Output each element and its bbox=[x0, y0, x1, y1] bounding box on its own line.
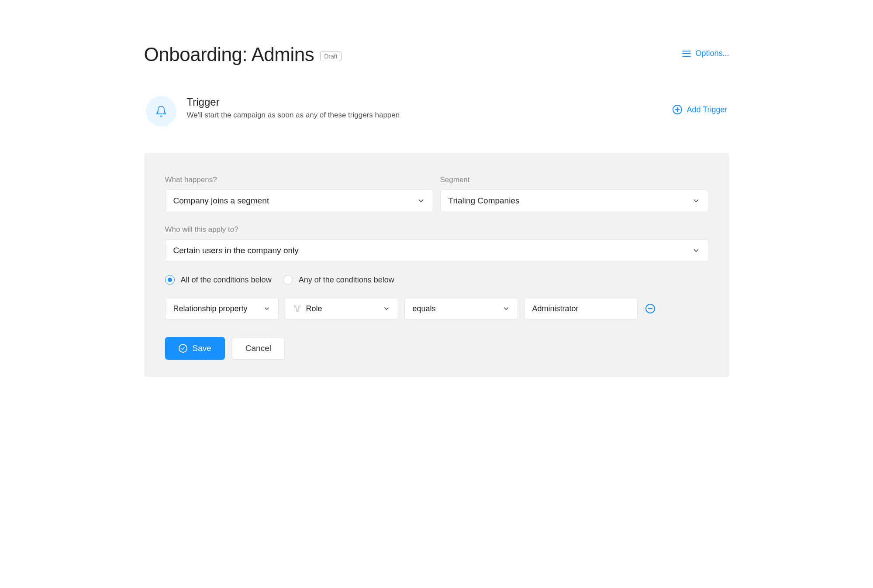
svg-line-3 bbox=[296, 307, 297, 310]
condition-type-value: Relationship property bbox=[173, 304, 263, 313]
condition-operator-select[interactable]: equals bbox=[404, 298, 518, 320]
what-happens-select[interactable]: Company joins a segment bbox=[165, 189, 433, 212]
condition-value-text: Administrator bbox=[532, 304, 629, 313]
condition-value-input[interactable]: Administrator bbox=[524, 298, 638, 320]
apply-to-select[interactable]: Certain users in the company only bbox=[165, 239, 708, 262]
radio-any-label: Any of the conditions below bbox=[299, 275, 394, 285]
chevron-down-icon bbox=[692, 197, 700, 205]
svg-line-4 bbox=[297, 307, 299, 310]
status-badge: Draft bbox=[320, 52, 341, 61]
chevron-down-icon bbox=[503, 305, 510, 312]
save-button[interactable]: Save bbox=[165, 337, 225, 360]
segment-label: Segment bbox=[440, 175, 708, 184]
what-happens-value: Company joins a segment bbox=[173, 196, 417, 206]
trigger-title: Trigger bbox=[187, 96, 400, 108]
chevron-down-icon bbox=[383, 305, 390, 312]
options-label: Options... bbox=[695, 49, 729, 58]
page-title: Onboarding: Admins bbox=[144, 44, 314, 65]
bell-icon bbox=[146, 96, 176, 127]
apply-to-label: Who will this apply to? bbox=[165, 225, 708, 234]
radio-selected-icon bbox=[165, 275, 175, 285]
add-trigger-label: Add Trigger bbox=[687, 105, 727, 114]
trigger-subtitle: We'll start the campaign as soon as any … bbox=[187, 111, 400, 120]
remove-condition-button[interactable] bbox=[645, 304, 655, 313]
condition-type-select[interactable]: Relationship property bbox=[165, 298, 279, 320]
relationship-icon bbox=[293, 304, 302, 313]
options-button[interactable]: Options... bbox=[682, 49, 729, 58]
apply-to-value: Certain users in the company only bbox=[173, 246, 692, 255]
condition-operator-value: equals bbox=[413, 304, 503, 313]
condition-property-value: Role bbox=[306, 304, 383, 313]
condition-property-select[interactable]: Role bbox=[285, 298, 398, 320]
what-happens-label: What happens? bbox=[165, 175, 433, 184]
segment-select[interactable]: Trialing Companies bbox=[440, 189, 708, 212]
chevron-down-icon bbox=[263, 305, 270, 312]
add-trigger-button[interactable]: Add Trigger bbox=[673, 105, 727, 114]
radio-all-conditions[interactable]: All of the conditions below bbox=[165, 275, 272, 285]
segment-value: Trialing Companies bbox=[449, 196, 692, 206]
chevron-down-icon bbox=[692, 247, 700, 254]
save-button-label: Save bbox=[193, 344, 211, 353]
condition-row: Relationship property Role equals bbox=[165, 298, 708, 320]
chevron-down-icon bbox=[417, 197, 425, 205]
radio-any-conditions[interactable]: Any of the conditions below bbox=[283, 275, 394, 285]
trigger-config-card: What happens? Company joins a segment Se… bbox=[144, 153, 729, 377]
check-circle-icon bbox=[179, 344, 187, 353]
radio-all-label: All of the conditions below bbox=[181, 275, 272, 285]
plus-circle-icon bbox=[673, 105, 682, 114]
cancel-button-label: Cancel bbox=[245, 344, 271, 353]
menu-icon bbox=[682, 51, 691, 57]
radio-unselected-icon bbox=[283, 275, 293, 285]
cancel-button[interactable]: Cancel bbox=[232, 337, 285, 360]
svg-point-2 bbox=[297, 310, 298, 312]
